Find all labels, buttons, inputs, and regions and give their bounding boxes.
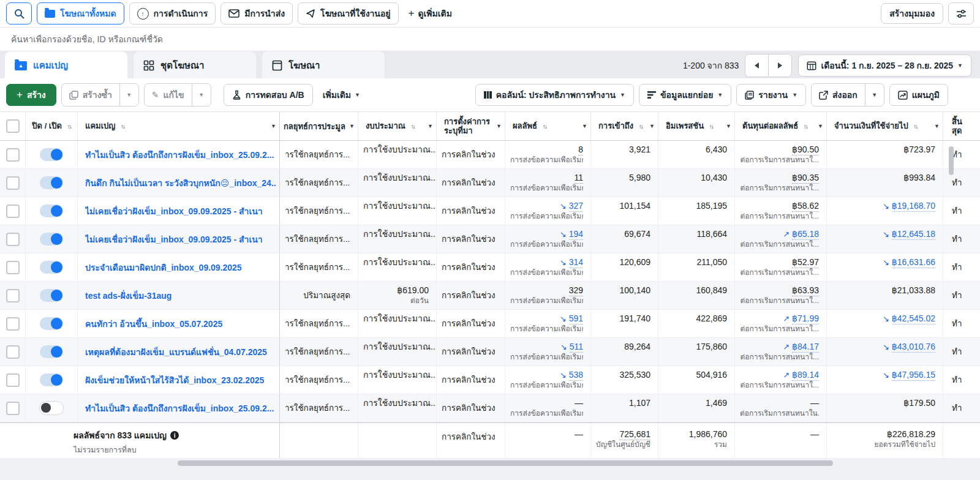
view-settings-button[interactable] [948,2,974,24]
next-page-button[interactable] [768,54,791,77]
filter-had-delivery[interactable]: มีการนำส่ง [221,2,293,24]
row-checkbox[interactable] [6,373,20,387]
create-button[interactable]: + สร้าง [6,84,56,106]
campaign-name-link[interactable]: เหตุผลที่ต้องมาฝังเข็ม_แบรนด์แฟชั่น_04.0… [85,345,267,359]
export-dropdown[interactable]: ▼ [865,84,884,106]
see-more-filters-button[interactable]: + ดูเพิ่มเติม [404,3,457,24]
info-icon[interactable]: i [170,431,179,440]
campaign-name-link[interactable]: ทำไมเป็นสิว ต้องนึกถึงการฝังเข็ม_inbox_2… [85,148,274,162]
columns-button[interactable]: คอลัมน์: ประสิทธิภาพการทำงาน ▼ [475,84,634,106]
header-amount-spent[interactable]: จำนวนเงินที่ใช้จ่ายไป ↑↓ ▼ [827,112,943,140]
header-reach[interactable]: การเข้าถึง ↑↓ ▼ [591,112,658,140]
header-dropdown-icon[interactable]: ▼ [818,122,823,131]
header-impressions[interactable]: อิมเพรสชัน ↑↓ ▼ [658,112,735,140]
metric-value[interactable]: 8 [578,144,583,156]
campaign-name-link[interactable]: ไม่เคยเชื่อว่าฝังเข็ม_inbox_09.09.2025 -… [85,204,263,218]
row-checkbox[interactable] [6,317,20,331]
campaign-toggle[interactable] [40,148,63,161]
row-checkbox[interactable] [6,148,20,162]
campaign-toggle[interactable] [40,261,63,274]
campaign-toggle[interactable] [40,373,63,386]
campaign-name-link[interactable]: คนทักว่า อ้วนขึ้น_inbox_05.07.2025 [85,317,222,331]
campaign-toggle[interactable] [40,204,63,217]
search-button[interactable] [6,2,32,24]
row-checkbox[interactable] [6,402,20,415]
metric-value[interactable]: ฿19,168.70 [892,201,935,212]
campaign-toggle[interactable] [40,345,63,358]
campaign-toggle[interactable] [40,317,63,330]
tab-ad-sets[interactable]: ชุดโฆษณา [134,51,256,80]
metric-value[interactable]: ฿43,010.76 [892,342,935,353]
metric-value[interactable]: 591 [569,313,583,324]
header-dropdown-icon[interactable]: ▼ [582,122,587,131]
metric-value[interactable]: ฿58.62 [792,201,819,212]
more-button[interactable]: เพิ่มเติม ▼ [318,84,365,105]
prev-page-button[interactable] [745,54,768,77]
tab-ads[interactable]: โฆษณา [262,51,385,80]
charts-button[interactable]: แผนภูมิ [889,84,948,106]
row-checkbox[interactable] [6,261,20,274]
row-checkbox[interactable] [6,233,20,246]
metric-value[interactable]: ฿52.97 [792,257,819,268]
summary-reach[interactable]: 725,681 [619,429,650,440]
campaign-toggle[interactable] [40,233,63,246]
export-button[interactable]: ส่งออก [812,84,865,106]
header-dropdown-icon[interactable]: ▼ [349,122,355,131]
date-range-button[interactable]: เดือนนี้: 1 ก.ย. 2025 – 28 ก.ย. 2025 ▼ [798,54,971,77]
campaign-name-link[interactable]: ฝังเข็มช่วยให้หน้าใสไร้สิวได้_inbox_23.0… [85,373,264,387]
metric-value[interactable]: ฿65.18 [792,229,819,240]
create-view-button[interactable]: สร้างมุมมอง [881,3,943,24]
edit-dropdown[interactable]: ▼ [192,84,211,106]
row-checkbox[interactable] [6,176,20,190]
edit-button[interactable]: ✎ แก้ไข [145,84,192,106]
metric-value[interactable]: 11 [574,173,583,184]
header-dropdown-icon[interactable]: ▼ [649,122,655,131]
metric-value[interactable]: ฿16,631.66 [892,257,935,268]
header-dropdown-icon[interactable]: ▼ [934,122,940,131]
reports-button[interactable]: รายงาน ▼ [736,84,806,106]
campaign-name-link[interactable]: ไม่เคยเชื่อว่าฝังเข็ม_inbox_09.09.2025 -… [85,233,263,246]
header-attribution[interactable]: การตั้งค่าการระบุที่มา ▼ [437,112,505,140]
header-budget[interactable]: งบประมาณ ↑↓ ▼ [358,112,437,140]
metric-value[interactable]: 327 [569,201,583,212]
row-checkbox[interactable] [6,204,20,218]
header-toggle[interactable]: ปิด / เปิด ↑↓ [26,112,78,140]
metric-value[interactable]: ฿71.99 [792,313,819,324]
metric-value[interactable]: 194 [569,229,583,240]
campaign-name-link[interactable]: ทำไมเป็นสิว ต้องนึกถึงการฝังเข็ม_inbox_2… [85,402,274,415]
metric-value[interactable]: 511 [570,342,583,353]
header-dropdown-icon[interactable]: ▼ [726,122,731,131]
campaign-toggle[interactable] [40,176,63,189]
ab-test-button[interactable]: การทดสอบ A/B [224,84,313,106]
header-dropdown-icon[interactable]: ▼ [428,122,433,131]
metric-value[interactable]: ฿90.50 [792,144,819,156]
campaign-toggle[interactable] [39,401,64,415]
duplicate-button[interactable]: สร้างซ้ำ [62,84,119,106]
metric-value[interactable]: 329 [569,285,583,296]
campaign-name-link[interactable]: กินดึก กินไม่เป็นเวลา ระวังสิวบุกหนัก😔_i… [85,176,276,190]
row-checkbox[interactable] [6,289,20,302]
metric-value[interactable]: ฿42,545.02 [892,313,935,324]
metric-value[interactable]: ฿12,645.18 [892,229,935,240]
metric-value[interactable]: ฿90.35 [792,173,819,184]
metric-value[interactable]: 314 [569,257,583,268]
header-dropdown-icon[interactable]: ▼ [271,122,276,131]
search-input[interactable] [0,34,980,44]
duplicate-dropdown[interactable]: ▼ [119,84,138,106]
header-cost-per-result[interactable]: ต้นทุนต่อผลลัพธ์ ↑↓ ▼ [735,112,827,140]
tab-campaigns[interactable]: แคมเปญ [5,51,127,80]
metric-value[interactable]: ฿84.17 [792,342,819,353]
metric-value[interactable]: ฿89.14 [792,370,819,381]
campaign-name-link[interactable]: test ads-ฝั่งเข็ม-31aug [85,289,172,302]
row-checkbox[interactable] [6,345,20,359]
metric-value[interactable]: 538 [569,370,583,381]
campaign-toggle[interactable] [40,289,63,302]
header-dropdown-icon[interactable]: ▼ [496,122,502,131]
header-end[interactable]: สิ้นสุด [943,112,980,140]
filter-actions[interactable]: ↑ การดำเนินการ [129,2,216,24]
filter-active-ads[interactable]: โฆษณาที่ใช้งานอยู่ [298,2,398,24]
header-campaign[interactable]: แคมเปญ ↑↓ ▼ [78,112,280,140]
header-results[interactable]: ผลลัพธ์ ↑↓ ▼ [505,112,591,140]
breakdown-button[interactable]: ข้อมูลแยกย่อย ▼ [639,84,731,106]
campaign-name-link[interactable]: ประจำเดือนมาผิดปกติ_inbox_09.09.2025 [85,261,242,274]
